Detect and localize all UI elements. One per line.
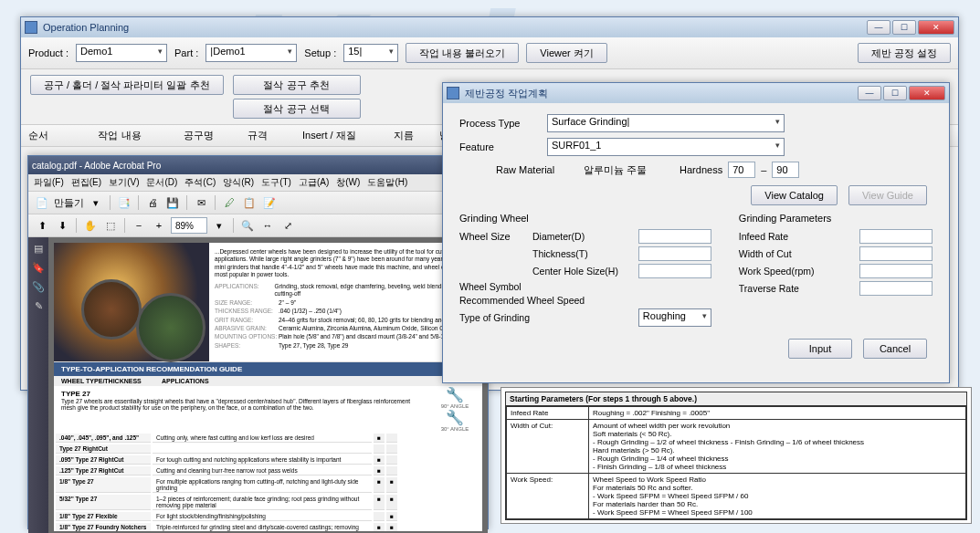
thickness-label: Thickness(T) [532, 248, 635, 259]
col-spec: 규격 [248, 129, 284, 142]
close-button[interactable]: ✕ [918, 20, 954, 35]
width-cut-input[interactable] [859, 246, 933, 261]
bookmarks-panel-icon[interactable]: 🔖 [30, 262, 47, 274]
grinding-type-combo[interactable]: Roughing [638, 308, 711, 327]
save-icon[interactable]: 💾 [164, 194, 181, 211]
cut-tool-recommend-button[interactable]: 절삭 공구 추천 [233, 75, 361, 95]
menu-doc[interactable]: 문서(D) [146, 176, 177, 189]
setup-combo[interactable]: 15| [343, 44, 398, 62]
process-config-button[interactable]: 제반 공정 설정 [858, 43, 951, 63]
menu-help[interactable]: 도움말(H) [367, 176, 407, 189]
page-down-icon[interactable]: ⬇ [54, 217, 70, 234]
combine-icon[interactable]: 📑 [116, 194, 132, 211]
main-title: Operation Planning [43, 22, 867, 33]
menu-edit[interactable]: 편집(E) [71, 176, 101, 189]
pdf-title: catalog.pdf - Adobe Acrobat Pro [32, 161, 161, 171]
product-label: Product : [28, 47, 68, 58]
dialog-titlebar: 제반공정 작업계획 — ☐ ✕ [443, 83, 949, 103]
dialog-app-icon [447, 87, 459, 99]
cut-tool-select-button[interactable]: 절삭 공구 선택 [233, 99, 361, 119]
menu-comment[interactable]: 주석(C) [184, 176, 216, 189]
zoom-out-icon[interactable]: − [131, 217, 147, 234]
menu-form[interactable]: 양식(R) [223, 176, 254, 189]
maximize-button[interactable]: ☐ [892, 20, 916, 35]
recommendation-table: .040", .045", .095", and .125"Cutting on… [54, 432, 399, 531]
fit-width-icon[interactable]: ↔ [259, 217, 276, 234]
wheel-size-label: Wheel Size [459, 231, 529, 242]
product-combo[interactable]: Demo1 [76, 44, 167, 62]
print-icon[interactable]: 🖨 [144, 194, 161, 211]
tool-holder-recommend-button[interactable]: 공구 / 홀더 / 절삭 파라미터 일괄 추천 [30, 75, 224, 95]
part-combo[interactable]: |Demo1 [205, 44, 297, 62]
hardness-label: Hardness [680, 164, 722, 175]
main-titlebar: Operation Planning — ☐ ✕ [21, 17, 958, 37]
params-section-label: Grinding Parameters [739, 213, 933, 224]
dialog-minimize-button[interactable]: — [858, 86, 881, 100]
col-toolname: 공구명 [184, 129, 229, 142]
menu-adv[interactable]: 고급(A) [299, 176, 329, 189]
menu-window[interactable]: 창(W) [336, 176, 360, 189]
grinding-type-label: Type of Grinding [459, 312, 635, 323]
zoom-input[interactable] [171, 217, 207, 234]
create-pdf-icon[interactable]: 📄 [34, 194, 50, 211]
infeed-input[interactable] [859, 229, 933, 244]
traverse-label: Traverse Rate [739, 283, 856, 294]
page-up-icon[interactable]: ⬆ [34, 217, 50, 234]
ref-table: Infeed RateRoughing = .002" Finishing = … [506, 406, 966, 519]
view-catalog-button[interactable]: View Catalog [751, 185, 838, 205]
pdf-viewer-window: catalog.pdf - Adobe Acrobat Pro 파일(F) 편집… [27, 155, 489, 529]
menu-file[interactable]: 파일(F) [34, 176, 64, 189]
product-image [54, 243, 209, 361]
select-tool-icon[interactable]: ⬚ [102, 217, 119, 234]
dialog-close-button[interactable]: ✕ [909, 86, 945, 100]
reference-panel: Starting Parameters (For steps 1 through… [501, 387, 972, 524]
process-plan-dialog: 제반공정 작업계획 — ☐ ✕ Process Type Surface Gri… [442, 82, 950, 383]
zoom-in-icon[interactable]: + [151, 217, 167, 234]
center-hole-input[interactable] [638, 264, 711, 278]
find-icon[interactable]: 🔍 [239, 217, 256, 234]
col-work: 작업 내용 [74, 129, 165, 142]
process-type-label: Process Type [459, 118, 542, 129]
app-icon [25, 21, 37, 34]
main-toolbar: Product : Demo1 Part : |Demo1 Setup : 15… [21, 37, 958, 69]
feature-combo[interactable]: SURF01_1 [547, 138, 785, 156]
menu-tool[interactable]: 도구(T) [261, 176, 291, 189]
dialog-maximize-button[interactable]: ☐ [883, 86, 907, 100]
raw-material-label: Raw Material [496, 164, 578, 175]
load-work-button[interactable]: 작업 내용 불러오기 [406, 43, 519, 63]
pdf-page[interactable]: ...Depressed center wheels have been des… [54, 243, 482, 531]
pdf-toolbar-2: ⬆ ⬇ ✋ ⬚ − + ▾ 🔍 ↔ ⤢ [28, 214, 488, 237]
process-type-combo[interactable]: Surface Grinding| [547, 114, 785, 132]
zoom-dropdown-icon[interactable]: ▾ [211, 217, 227, 234]
dialog-body: Process Type Surface Grinding| Feature S… [443, 103, 949, 370]
minimize-button[interactable]: — [867, 20, 890, 35]
cancel-button[interactable]: Cancel [863, 339, 927, 359]
view-guide-button[interactable]: View Guide [848, 185, 927, 205]
input-button[interactable]: Input [788, 339, 852, 359]
hardness-from-input[interactable] [728, 162, 755, 178]
form-icon[interactable]: 📝 [261, 194, 278, 211]
menu-view[interactable]: 보기(V) [109, 176, 139, 189]
create-label[interactable]: 만들기 [54, 196, 84, 210]
pages-panel-icon[interactable]: ▤ [30, 243, 47, 255]
signatures-panel-icon[interactable]: ✎ [30, 300, 47, 312]
hand-tool-icon[interactable]: ✋ [82, 217, 99, 234]
hardness-to-input[interactable] [772, 162, 799, 178]
email-icon[interactable]: ✉ [193, 194, 209, 211]
viewer-on-button[interactable]: Viewer 켜기 [526, 43, 606, 63]
wheel-section-label: Grinding Wheel [459, 213, 711, 224]
work-speed-label: Work Speed(rpm) [739, 266, 856, 277]
thickness-input[interactable] [638, 246, 711, 261]
stamp-icon[interactable]: 📋 [241, 194, 258, 211]
work-speed-input[interactable] [859, 264, 933, 278]
fit-page-icon[interactable]: ⤢ [279, 217, 296, 234]
traverse-input[interactable] [859, 281, 933, 296]
attachments-panel-icon[interactable]: 📎 [30, 281, 47, 293]
dropdown-icon[interactable]: ▾ [88, 194, 104, 211]
part-label: Part : [174, 47, 198, 58]
center-hole-label: Center Hole Size(H) [532, 266, 635, 277]
sign-icon[interactable]: 🖊 [221, 194, 237, 211]
ref-heading: Starting Parameters (For steps 1 through… [506, 392, 966, 406]
infeed-label: Infeed Rate [739, 231, 856, 242]
diameter-input[interactable] [638, 229, 711, 244]
